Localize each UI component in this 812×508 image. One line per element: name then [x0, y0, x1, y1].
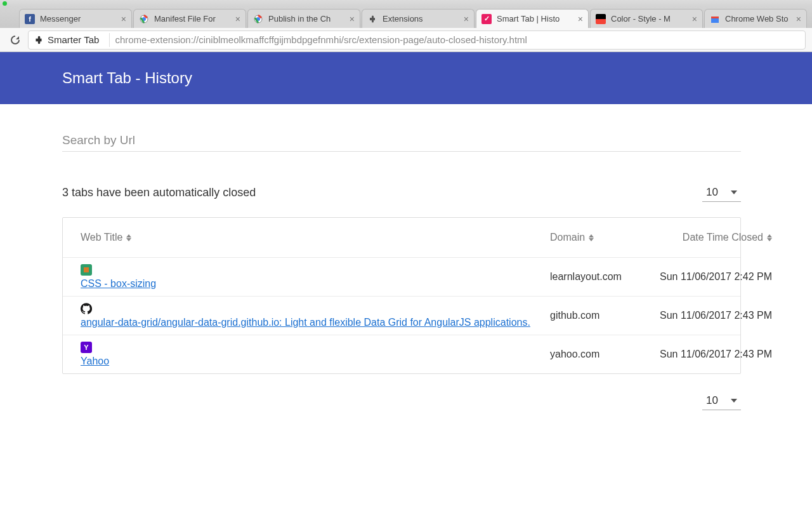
extension-icon	[367, 14, 377, 24]
close-icon[interactable]: ×	[464, 14, 469, 24]
sort-icon	[589, 234, 594, 241]
column-label: Domain	[550, 232, 585, 243]
yahoo-icon: Y	[81, 342, 92, 353]
content: 3 tabs have been automatically closed 10…	[0, 104, 779, 410]
cell-web-title: angular-data-grid/angular-data-grid.gith…	[81, 303, 550, 328]
tab-publish[interactable]: Publish in the Ch ×	[247, 9, 360, 28]
tab-smart-tab-history[interactable]: ✓ Smart Tab | Histo ×	[476, 9, 589, 28]
cell-domain: learnlayout.com	[550, 271, 645, 283]
maximize-button[interactable]	[3, 1, 7, 6]
tab-manifest[interactable]: Manifest File For ×	[133, 9, 246, 28]
tab-chrome-web-store[interactable]: Chrome Web Sto ×	[704, 9, 807, 28]
svg-rect-6	[84, 267, 89, 272]
cell-date-closed: Sun 11/06/2017 2:43 PM	[645, 310, 772, 321]
history-link[interactable]: CSS - box-sizing	[81, 278, 537, 290]
page-size-value: 10	[706, 186, 718, 199]
omnibox[interactable]: Smarter Tab chrome-extension://ciniblmeo…	[28, 30, 806, 50]
cell-domain: github.com	[550, 310, 645, 321]
table-row: angular-data-grid/angular-data-grid.gith…	[63, 296, 740, 335]
reload-button[interactable]	[6, 31, 24, 49]
search-row	[62, 130, 741, 152]
column-label: Date Time Closed	[683, 232, 763, 243]
search-input[interactable]	[62, 130, 741, 151]
cell-web-title: Y Yahoo	[81, 342, 550, 367]
column-header-domain[interactable]: Domain	[550, 232, 645, 243]
divider	[109, 33, 110, 47]
table-row: Y Yahoo yahoo.com Sun 11/06/2017 2:43 PM	[63, 335, 740, 373]
status-text: 3 tabs have been automatically closed	[62, 186, 256, 199]
tab-label: Smart Tab | Histo	[497, 14, 575, 23]
chevron-down-icon	[731, 399, 737, 403]
chrome-icon	[253, 14, 263, 24]
tab-label: Color - Style - M	[611, 14, 690, 23]
extension-name: Smarter Tab	[48, 34, 99, 45]
tab-messenger[interactable]: f Messenger ×	[19, 9, 132, 28]
cell-date-closed: Sun 11/06/2017 2:43 PM	[645, 349, 772, 360]
cell-web-title: CSS - box-sizing	[81, 264, 550, 290]
address-bar: Smarter Tab chrome-extension://ciniblmeo…	[0, 28, 812, 52]
tab-strip: f Messenger × Manifest File For × Publis…	[0, 6, 812, 28]
window-controls	[0, 0, 812, 6]
close-icon[interactable]: ×	[350, 14, 355, 24]
close-icon[interactable]: ×	[235, 14, 240, 24]
smart-tab-icon: ✓	[481, 14, 492, 24]
table-header: Web Title Domain Date Time Closed	[63, 218, 740, 257]
sort-icon	[126, 234, 131, 241]
cell-domain: yahoo.com	[550, 349, 645, 360]
close-icon[interactable]: ×	[121, 14, 126, 24]
column-header-web-title[interactable]: Web Title	[81, 232, 550, 243]
svg-rect-5	[711, 17, 719, 18]
page-size-select-bottom[interactable]: 10	[702, 392, 741, 410]
table-row: CSS - box-sizing learnlayout.com Sun 11/…	[63, 257, 740, 296]
close-icon[interactable]: ×	[578, 14, 583, 24]
github-icon	[81, 303, 92, 314]
close-icon[interactable]: ×	[692, 14, 697, 24]
sort-icon	[767, 234, 772, 241]
url-text: chrome-extension://ciniblmeolkmaffcffgij…	[115, 34, 527, 45]
page-header: Smart Tab - History	[0, 52, 812, 104]
facebook-icon: f	[25, 14, 35, 24]
page-title: Smart Tab - History	[62, 69, 192, 87]
svg-rect-4	[711, 18, 719, 23]
tab-label: Messenger	[40, 14, 119, 23]
column-header-date-closed[interactable]: Date Time Closed	[645, 232, 772, 243]
extension-icon	[34, 35, 44, 45]
tab-label: Publish in the Ch	[268, 14, 347, 23]
page-size-select-top[interactable]: 10	[702, 184, 741, 202]
tab-color-style[interactable]: Color - Style - M ×	[590, 9, 703, 28]
history-table: Web Title Domain Date Time Closed CSS - …	[62, 217, 741, 374]
close-icon[interactable]: ×	[796, 14, 801, 24]
browser-chrome: f Messenger × Manifest File For × Publis…	[0, 0, 812, 52]
chevron-down-icon	[731, 190, 737, 194]
cell-date-closed: Sun 11/06/2017 2:42 PM	[645, 271, 772, 283]
site-favicon-icon	[81, 264, 92, 276]
chrome-web-store-icon	[710, 14, 720, 24]
column-label: Web Title	[81, 232, 122, 243]
page-size-value: 10	[706, 394, 718, 407]
color-icon	[596, 14, 606, 24]
status-row: 3 tabs have been automatically closed 10	[62, 184, 741, 202]
chrome-icon	[139, 14, 149, 24]
history-link[interactable]: angular-data-grid/angular-data-grid.gith…	[81, 317, 537, 328]
bottom-row: 10	[62, 392, 741, 410]
history-link[interactable]: Yahoo	[81, 356, 537, 367]
tab-label: Extensions	[383, 14, 461, 23]
tab-label: Chrome Web Sto	[725, 14, 794, 23]
tab-label: Manifest File For	[154, 14, 233, 23]
tab-extensions[interactable]: Extensions ×	[362, 9, 475, 28]
